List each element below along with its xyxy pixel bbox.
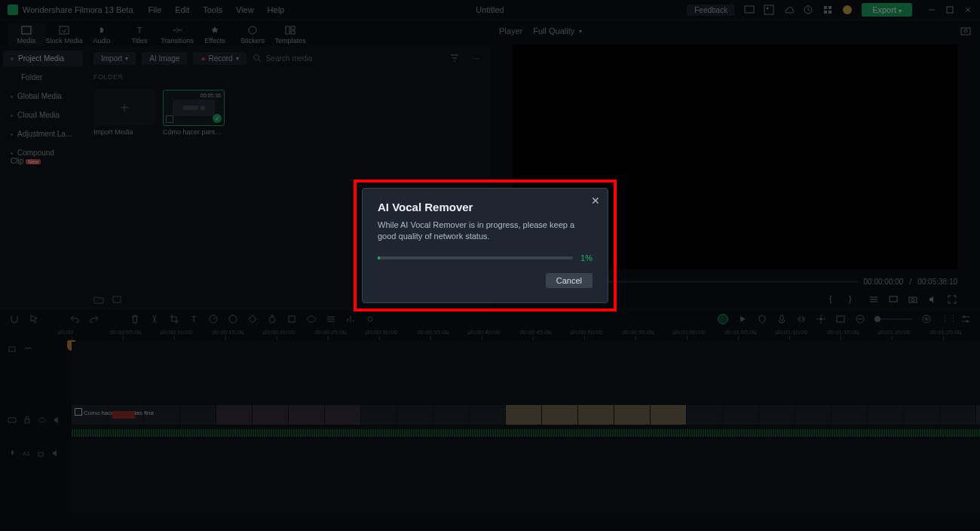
progress-percent: 1% — [580, 253, 593, 262]
close-button[interactable]: ✕ — [591, 195, 600, 207]
progress-bar — [378, 256, 573, 259]
highlight-box: ✕ AI Vocal Remover While AI Vocal Remove… — [354, 180, 617, 312]
dialog-body: While AI Vocal Remover is in progress, p… — [378, 219, 593, 243]
dialog-title: AI Vocal Remover — [378, 201, 593, 213]
cancel-button[interactable]: Cancel — [546, 273, 593, 288]
ai-vocal-remover-dialog: ✕ AI Vocal Remover While AI Vocal Remove… — [362, 188, 608, 303]
